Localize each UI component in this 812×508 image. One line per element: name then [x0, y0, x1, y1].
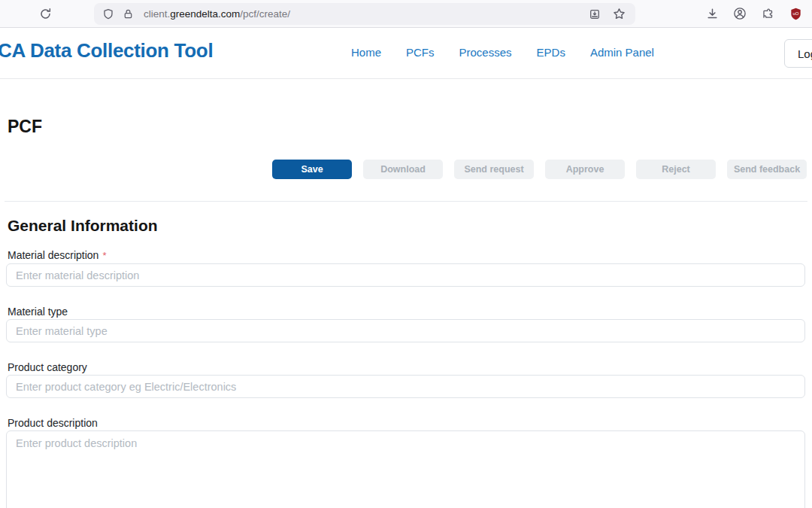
nav-pcfs[interactable]: PCFs [406, 46, 435, 59]
url-subdomain: client. [144, 8, 170, 20]
product-description-label: Product description [8, 415, 806, 430]
material-description-input[interactable] [6, 263, 805, 287]
reject-button[interactable]: Reject [636, 160, 716, 179]
section-title: General Information [8, 215, 812, 236]
bookmark-star-icon[interactable] [608, 4, 629, 25]
nav-admin-panel[interactable]: Admin Panel [590, 46, 654, 59]
send-feedback-button[interactable]: Send feedback [727, 160, 807, 179]
required-asterisk: * [102, 250, 106, 261]
product-category-label: Product category [8, 360, 806, 375]
account-button[interactable] [729, 3, 750, 24]
url-text: client.greendelta.com/pcf/create/ [144, 8, 290, 20]
reload-button[interactable] [35, 3, 56, 24]
toolbar-right-icons: uO [701, 3, 806, 24]
ublock-extension-icon[interactable]: uO [785, 3, 806, 24]
field-group-product-category: Product category [6, 360, 806, 398]
section-divider [5, 201, 807, 202]
extensions-puzzle-icon[interactable] [757, 3, 778, 24]
material-type-input[interactable] [6, 319, 805, 342]
product-description-textarea[interactable] [6, 430, 805, 508]
send-request-button[interactable]: Send request [454, 160, 534, 179]
url-domain: greendelta.com [170, 8, 240, 20]
browser-window: client.greendelta.com/pcf/create/ [0, 0, 812, 508]
field-group-product-description: Product description [6, 415, 806, 508]
save-page-icon[interactable] [584, 4, 605, 25]
material-description-label: Material description* [8, 248, 806, 263]
product-category-input[interactable] [6, 375, 805, 398]
material-type-label: Material type [8, 304, 806, 319]
main-nav: Home PCFs Processes EPDs Admin Panel [351, 46, 654, 59]
nav-home[interactable]: Home [351, 46, 381, 59]
tracking-protection-shield-icon[interactable] [100, 4, 117, 25]
reload-icon [39, 8, 52, 20]
nav-epds[interactable]: EPDs [537, 46, 565, 59]
lock-icon[interactable] [120, 4, 136, 25]
site-header: CA Data Collection Tool Home PCFs Proces… [0, 28, 812, 79]
download-button[interactable]: Download [363, 160, 443, 179]
approve-button[interactable]: Approve [545, 160, 625, 179]
action-bar: Save Download Send request Approve Rejec… [0, 160, 812, 179]
address-bar[interactable]: client.greendelta.com/pcf/create/ [94, 3, 635, 25]
pcf-create-page: PCF Save Download Send request Approve R… [0, 115, 812, 508]
browser-toolbar: client.greendelta.com/pcf/create/ [0, 0, 812, 28]
nav-processes[interactable]: Processes [459, 46, 512, 59]
field-group-material-type: Material type [6, 304, 806, 342]
url-path: /pcf/create/ [240, 8, 290, 20]
logout-button[interactable]: Log [784, 39, 812, 68]
save-button[interactable]: Save [272, 160, 352, 179]
field-group-material-description: Material description* [6, 248, 806, 287]
ublock-badge-text: uO [792, 11, 798, 16]
page-title: PCF [8, 115, 812, 138]
app-title[interactable]: CA Data Collection Tool [0, 39, 213, 62]
downloads-button[interactable] [701, 3, 723, 24]
